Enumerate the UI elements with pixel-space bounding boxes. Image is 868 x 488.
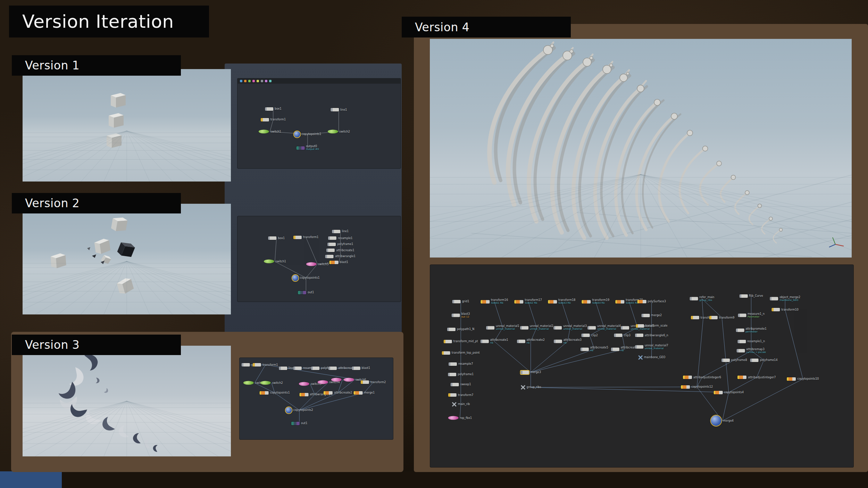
graph-node-copytopoints10: copytopoints10 xyxy=(787,377,819,381)
slide-version-iteration: box1transform1switch1copytopoints1output… xyxy=(0,0,868,488)
graph-node-attribcreate1: attribcreate1 xyxy=(326,249,354,252)
node-label: line1 xyxy=(340,108,347,111)
node-label: copytopoints1 xyxy=(302,133,322,136)
rect-node-icon xyxy=(611,347,619,351)
oval-green-node-icon xyxy=(327,129,338,133)
rect-node-icon xyxy=(581,347,589,351)
graph-node-clip2: clip2 xyxy=(582,334,598,337)
version3-label: Version 3 xyxy=(25,338,80,352)
rect-node-icon xyxy=(328,236,336,240)
graph-node-refer_main: refer_maingroup_ribs xyxy=(690,296,714,302)
graph-node-output0: output0Output #0 xyxy=(297,145,319,151)
node-label: copytopoints10 xyxy=(798,377,819,380)
node-label: main_rib xyxy=(458,403,470,406)
rect-node-icon xyxy=(325,255,334,258)
graph-node-switch1: switch1 xyxy=(264,260,286,263)
version1-banner: Version 1 xyxy=(12,55,181,76)
node-label: unreal_material1 xyxy=(496,325,519,328)
node-sublabel: rib xyxy=(526,342,544,344)
flag-node-icon xyxy=(515,300,524,303)
node-label: copytopoints1 xyxy=(270,391,290,394)
flag-node-icon xyxy=(582,300,591,303)
out-node-icon xyxy=(297,146,305,150)
version2-label: Version 2 xyxy=(25,196,80,210)
graph-node-mainbone_GEO: mainbone_GEO xyxy=(638,355,666,360)
node-label: measure1_n xyxy=(748,312,765,315)
graph-node-polyframe1: polyframe1 xyxy=(448,373,474,376)
rect-node-icon xyxy=(517,340,525,343)
graph-node-transform9: transform9 xyxy=(709,316,734,319)
network-editor-v4: grid1blast3out 12polypath1_Ntransform_mi… xyxy=(430,264,854,468)
page-title: Version Iteration xyxy=(22,11,174,32)
graph-node-merge3: merge3 xyxy=(520,371,541,374)
graph-node-box1: box1 xyxy=(268,236,285,240)
page-title-banner: Version Iteration xyxy=(9,6,209,37)
graph-node-transform_top_point: transform_top_point xyxy=(442,351,480,355)
node-sublabel: unreal_material xyxy=(597,328,621,330)
version4-banner: Version 4 xyxy=(402,17,571,37)
rect-node-icon xyxy=(621,326,629,329)
graph-node-object_merge2: object_merge2mainbone_GEO xyxy=(770,296,800,302)
node-label: polyframe1 xyxy=(337,243,353,246)
graph-node-copytopoints4: copytopoints4 xyxy=(713,391,744,394)
node-label: attribcreate1 xyxy=(336,249,354,252)
node-label: merge3 xyxy=(530,371,541,374)
network-editor-v2: box1transform1line1resample1polyframe1at… xyxy=(237,216,401,302)
version3-banner: Version 3 xyxy=(12,335,181,355)
rect-node-icon xyxy=(442,351,450,355)
rect-node-icon xyxy=(709,316,718,319)
graph-node-out1: out1 xyxy=(298,291,314,294)
graph-node-sweep1: sweep1 xyxy=(451,383,471,386)
rect-node-icon xyxy=(452,314,460,317)
graph-node-main_rib: main_rib xyxy=(452,402,470,407)
node-label: attribadjustinteger6 xyxy=(693,376,721,379)
flag-node-icon xyxy=(737,376,746,379)
graph-node-resample7: resample7 xyxy=(449,362,473,366)
graph-node-switch1: switch1 xyxy=(259,129,281,133)
rect-node-icon xyxy=(451,383,459,386)
graph-node-grid1: grid1 xyxy=(452,300,469,303)
node-label: switch2 xyxy=(339,130,350,133)
graph-node-unreal_material2: unreal_material2unreal_material xyxy=(520,325,553,330)
node-sublabel: unreal_material xyxy=(631,328,654,330)
graph-node-attribadjustinteger7: attribadjustinteger7 xyxy=(737,376,776,379)
graph-node-merge4: merge4 xyxy=(711,415,734,426)
node-sublabel: unreal_material xyxy=(530,328,553,330)
node-sublabel: curveu → pscale xyxy=(746,351,766,354)
graph-node-blast1: blast1 xyxy=(329,261,348,264)
node-sublabel: SideA3 Rb xyxy=(558,302,575,305)
graph-node-transform2: transform2 xyxy=(361,380,386,384)
node-label: box1 xyxy=(278,237,285,240)
node-label: attribcreate3 xyxy=(564,338,582,342)
graph-node-switch5: switch5 xyxy=(306,262,329,266)
node-sublabel: unreal_material xyxy=(563,328,587,330)
node-sublabel: unreal_material xyxy=(496,328,519,330)
node-label: transform2 xyxy=(370,381,386,384)
rect-node-icon xyxy=(635,334,643,337)
node-label: mainbone_GEO xyxy=(644,356,666,359)
flag-node-icon xyxy=(713,391,723,394)
node-label: grid1 xyxy=(462,300,469,303)
rect-node-icon xyxy=(771,308,780,311)
graph-node-attribremap3: attribremap3curveu → pscale xyxy=(736,348,766,354)
rect-node-icon xyxy=(261,118,269,121)
node-label: unreal_material2 xyxy=(530,325,553,328)
node-label: copytopoints4 xyxy=(724,391,744,394)
network-editor-v3: grid1transform1line1resample1polyframe1a… xyxy=(239,357,393,440)
node-label: sweep1 xyxy=(460,383,471,386)
circle-node-icon xyxy=(286,407,292,413)
graph-node-switch2: switch2 xyxy=(327,129,350,133)
node-label: attribadjustinteger7 xyxy=(748,376,776,379)
graph-node-copytopoints1: copytopoints1 xyxy=(260,391,290,395)
node-type-icon xyxy=(257,80,259,82)
rect-node-icon xyxy=(242,363,250,367)
graph-node-attribcreate1: attribcreate1rib xyxy=(480,338,508,344)
oval-pink-node-icon xyxy=(344,378,354,381)
node-label: switch1 xyxy=(275,260,286,263)
node-label: switch1 xyxy=(270,130,281,133)
rect-node-icon xyxy=(265,107,273,111)
node-label: group_ribs xyxy=(527,386,541,389)
node-label: attribpromote1 xyxy=(745,327,767,330)
version2-banner: Version 2 xyxy=(12,193,181,213)
node-label: box1 xyxy=(275,107,282,110)
